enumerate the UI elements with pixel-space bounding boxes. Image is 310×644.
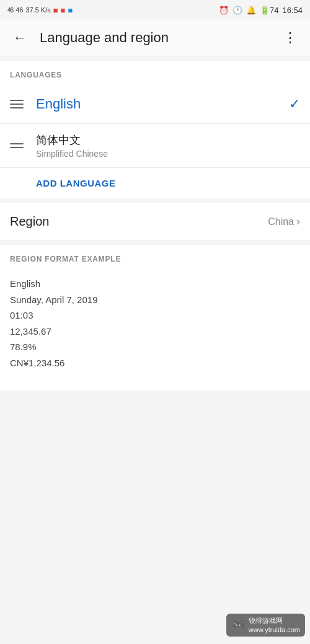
app-icon-2: ■ [61, 6, 66, 15]
app-bar: ← Language and region ⋮ [0, 20, 310, 56]
region-row[interactable]: Region China › [0, 203, 310, 240]
add-language-row[interactable]: ADD LANGUAGE [0, 168, 310, 198]
time-display: 16:54 [282, 6, 303, 15]
page-title: Language and region [40, 30, 270, 46]
clock-icon: 🕐 [232, 6, 242, 15]
language-name-chinese: 简体中文 [36, 133, 300, 148]
language-block-chinese: 简体中文 Simplified Chinese [36, 133, 300, 159]
drag-handle-english[interactable] [10, 100, 24, 108]
region-section: Region China › [0, 203, 310, 240]
language-item-chinese[interactable]: 简体中文 Simplified Chinese [0, 124, 310, 168]
status-right: ⏰ 🕐 🔔 🔋74 16:54 [219, 6, 303, 15]
format-content: English Sunday, April 7, 2019 01:03 12,3… [0, 271, 310, 376]
watermark-text: 锐得游戏网 www.ytruida.com [249, 616, 300, 634]
drag-handle-chinese[interactable] [10, 143, 24, 148]
watermark-site: www.ytruida.com [249, 625, 300, 634]
more-options-button[interactable]: ⋮ [280, 30, 300, 46]
alarm-icon: ⏰ [219, 6, 229, 15]
format-line-1: Sunday, April 7, 2019 [10, 292, 300, 308]
speed-indicator: 37.5 K/s [25, 6, 50, 14]
app-icon-3: ■ [68, 6, 73, 15]
format-line-2: 01:03 [10, 307, 300, 324]
signal-icon-2: 46 [16, 6, 23, 14]
languages-section-header: LANGUAGES [0, 61, 310, 84]
format-section: REGION FORMAT EXAMPLE English Sunday, Ap… [0, 245, 310, 390]
status-bar: 46 46 37.5 K/s ■ ■ ■ ⏰ 🕐 🔔 🔋74 16:54 [0, 0, 310, 20]
format-line-0: English [10, 276, 300, 292]
app-icon-1: ■ [53, 6, 58, 15]
watermark-brand: 锐得游戏网 [249, 616, 300, 625]
signal-icon: 46 [7, 7, 13, 14]
languages-section: LANGUAGES English ✓ 简体中文 Simplified Chin… [0, 61, 310, 198]
language-name-english: English [36, 96, 284, 112]
format-line-5: CN¥1,234.56 [10, 355, 300, 371]
notification-icon: 🔔 [246, 6, 256, 15]
format-section-header: REGION FORMAT EXAMPLE [0, 245, 310, 271]
back-button[interactable]: ← [10, 30, 30, 46]
selected-checkmark-english: ✓ [289, 96, 300, 112]
add-language-button[interactable]: ADD LANGUAGE [36, 178, 116, 188]
watermark: 🎮 锐得游戏网 www.ytruida.com [226, 614, 305, 637]
region-label: Region [10, 214, 268, 229]
format-line-3: 12,345.67 [10, 324, 300, 340]
format-line-4: 78.9% [10, 339, 300, 355]
watermark-icon: 🎮 [231, 619, 245, 632]
language-item-english[interactable]: English ✓ [0, 84, 310, 124]
battery-icon: 🔋74 [260, 6, 278, 15]
status-left: 46 46 37.5 K/s ■ ■ ■ [7, 6, 73, 15]
region-value: China [268, 216, 294, 227]
chevron-right-icon: › [296, 215, 300, 228]
language-subname-chinese: Simplified Chinese [36, 149, 300, 159]
